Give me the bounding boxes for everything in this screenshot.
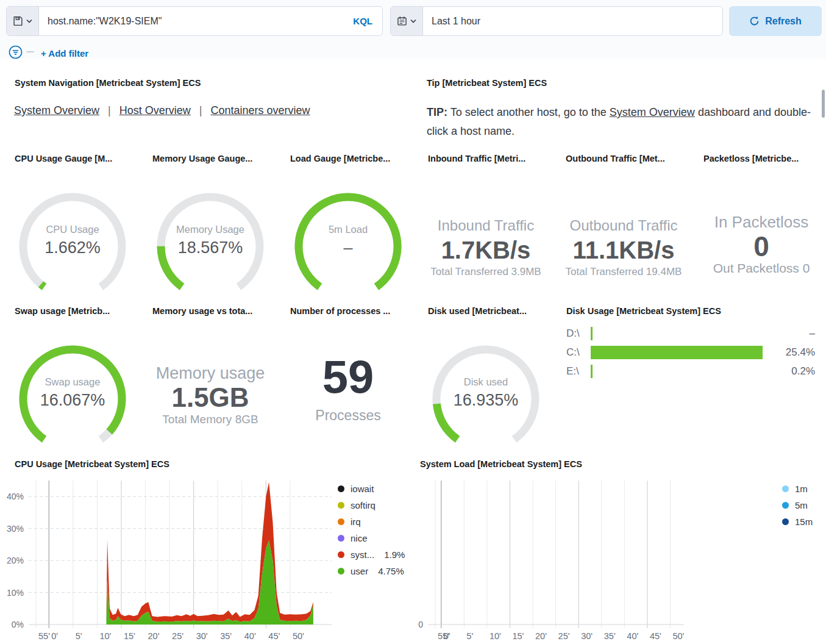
filter-options-icon[interactable] (9, 45, 23, 59)
legend-item-nice[interactable]: nice (338, 533, 405, 543)
disk-usage-value: – (777, 327, 815, 340)
svg-text:30': 30' (196, 631, 208, 641)
time-range-input[interactable]: Last 1 hour (423, 7, 722, 35)
system-navigation-links: System Overview | Host Overview | Contai… (14, 104, 310, 117)
svg-text:10': 10' (99, 631, 111, 641)
panel-title: Packetloss [Metricbe... (696, 149, 826, 163)
svg-text:55': 55' (38, 631, 50, 641)
metric-subtitle: Total Transferred 19.4MB (566, 265, 682, 279)
legend-dot (782, 502, 789, 509)
disk-usage-row: D:\ – (566, 324, 815, 343)
metric-label: Inbound Traffic (438, 216, 534, 235)
svg-text:45': 45' (650, 631, 661, 641)
metric-label: In Packetloss (714, 212, 809, 232)
tip-text-before: To select another host, go to the (447, 106, 610, 118)
legend-item-15m[interactable]: 15m (782, 517, 813, 527)
legend-label: irq (351, 517, 361, 527)
svg-text:10%: 10% (7, 588, 24, 598)
query-toolbar: host.name:"W2K19-SIEM" KQL Last 1 hour (0, 0, 826, 59)
tip-text: TIP: To select another host, go to the S… (427, 103, 817, 141)
link-separator: | (108, 104, 111, 117)
legend-value: 1.9% (384, 549, 405, 560)
svg-text:45': 45' (268, 631, 280, 641)
panel-packetloss: Packetloss [Metricbe... In Packetloss 0 … (696, 149, 826, 295)
panel-outbound-traffic: Outbound Traffic [Met... Outbound Traffi… (558, 149, 689, 295)
legend-label: 15m (795, 517, 813, 527)
cpu-usage-gauge: CPU Usage1.662% (12, 188, 134, 292)
svg-text:0%: 0% (12, 620, 24, 629)
disk-drive-label: E:\ (566, 365, 583, 377)
kql-language-button[interactable]: KQL (343, 7, 382, 35)
svg-text:20%: 20% (7, 556, 24, 565)
disk-usage-bar (591, 327, 593, 340)
panel-load-gauge: Load Gauge [Metricbe... 5m Load– (283, 149, 413, 295)
panel-title: Memory Usage Gauge... (145, 149, 276, 163)
svg-text:20': 20' (535, 631, 547, 641)
svg-text:30': 30' (581, 631, 593, 641)
query-input[interactable]: host.name:"W2K19-SIEM" (39, 7, 343, 35)
saved-query-menu-button[interactable] (7, 7, 39, 35)
panel-swap-usage-gauge: Swap usage [Metricb... Swap usage16.067% (7, 302, 138, 447)
svg-text:50': 50' (672, 631, 684, 641)
add-filter-button[interactable]: + Add filter (41, 48, 88, 59)
disk-usage-bar (591, 365, 593, 378)
refresh-button[interactable]: Refresh (729, 6, 822, 36)
disk-drive-label: C:\ (566, 346, 583, 359)
metric-value: 1.7KB/s (441, 235, 531, 265)
panel-title: Disk used [Metricbeat... (421, 302, 551, 316)
panel-title: Memory usage vs tota... (145, 302, 276, 316)
svg-text:5': 5' (76, 631, 82, 641)
panel-title: Number of processes ... (283, 302, 413, 316)
legend-item-softirq[interactable]: softirq (338, 500, 405, 510)
link-host-overview[interactable]: Host Overview (119, 104, 191, 117)
panel-title-system-navigation: System Navigation [Metricbeat System] EC… (15, 78, 201, 88)
metric-label: Memory usage (156, 363, 265, 383)
legend-item-system[interactable]: syst...1.9% (338, 549, 405, 560)
tip-label: TIP: (427, 106, 447, 118)
svg-text:25': 25' (558, 631, 570, 641)
memory-usage-gauge: Memory Usage18.567% (149, 188, 271, 292)
time-picker-group: Last 1 hour (390, 6, 723, 36)
svg-text:35': 35' (604, 631, 616, 641)
legend-dot (338, 568, 344, 574)
legend-dot (338, 518, 344, 525)
link-system-overview[interactable]: System Overview (14, 104, 99, 117)
svg-text:10': 10' (490, 631, 501, 641)
time-range-value: Last 1 hour (432, 16, 480, 27)
panel-disk-usage: Disk Usage [Metricbeat System] ECS D:\ –… (558, 302, 826, 447)
legend-item-user[interactable]: user4.75% (338, 566, 405, 576)
query-text: host.name:"W2K19-SIEM" (48, 16, 162, 27)
panel-title: Disk Usage [Metricbeat System] ECS (558, 302, 826, 316)
calendar-icon (397, 16, 407, 26)
tip-system-overview-link[interactable]: System Overview (610, 106, 695, 118)
system-load-area-chart: 55'0'5'10'15'20'25'30'35'40'45'50'0 (415, 477, 817, 644)
date-quick-select-button[interactable] (391, 7, 423, 35)
metric-value: 0 (753, 232, 769, 261)
legend-item-5m[interactable]: 5m (782, 500, 813, 510)
panel-title: Inbound Traffic [Metri... (421, 149, 551, 163)
system-load-legend: 1m 5m 15m (782, 484, 813, 527)
panel-memory-usage-gauge: Memory Usage Gauge... Memory Usage18.567… (145, 149, 276, 295)
legend-label: iowait (351, 484, 374, 494)
legend-item-1m[interactable]: 1m (782, 484, 813, 494)
svg-text:15': 15' (512, 631, 524, 641)
svg-text:35': 35' (220, 631, 232, 641)
panel-memory-usage-vs-total: Memory usage vs tota... Memory usage 1.5… (145, 302, 276, 447)
link-separator: | (199, 104, 202, 117)
legend-item-irq[interactable]: irq (338, 517, 405, 527)
legend-label: 5m (795, 500, 808, 510)
metric-subtitle: Total Memory 8GB (162, 412, 258, 427)
svg-text:20': 20' (148, 631, 160, 641)
cpu-chart-legend: iowait softirq irq nice syst...1.9% user… (338, 484, 405, 576)
legend-item-iowait[interactable]: iowait (338, 484, 405, 494)
disk-drive-label: D:\ (566, 327, 583, 340)
legend-dot (782, 485, 789, 492)
panel-title: Swap usage [Metricb... (7, 302, 138, 316)
metric-value: 1.5GB (171, 383, 249, 412)
panel-number-of-processes: Number of processes ... 59 Processes (283, 302, 413, 447)
metric-subtitle: Total Transferred 3.9MB (430, 265, 541, 279)
panel-title: Load Gauge [Metricbe... (283, 149, 413, 163)
swap-usage-gauge: Swap usage16.067% (12, 340, 134, 444)
page-scrollbar-thumb[interactable] (822, 90, 825, 118)
link-containers-overview[interactable]: Containers overview (210, 104, 310, 117)
